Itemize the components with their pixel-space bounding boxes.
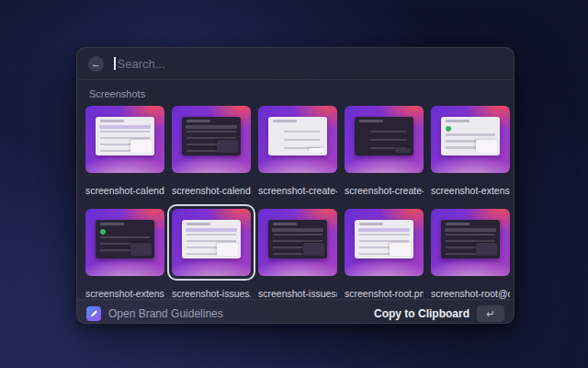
- screenshot-filename: screenshot-extension...: [85, 288, 164, 299]
- mini-selected-row: [358, 228, 410, 233]
- pen-icon: [89, 309, 98, 318]
- mini-popup: [130, 140, 152, 153]
- screenshot-thumbnail: [345, 209, 424, 276]
- screenshot-grid: screenshot-calendar.... screenshot-calen…: [77, 106, 514, 299]
- selection-ring: [167, 101, 255, 178]
- mini-window-preview: [355, 117, 413, 155]
- screenshot-filename: screenshot-issues@d...: [258, 288, 337, 299]
- screenshot-item[interactable]: screenshot-calendar...: [172, 106, 251, 196]
- screenshot-item[interactable]: screenshot-create-pr...: [258, 106, 337, 196]
- mini-window-preview: [441, 117, 500, 155]
- return-key-icon: ↵: [477, 305, 504, 322]
- mini-selected-row: [186, 125, 237, 130]
- screenshot-thumbnail: [431, 209, 510, 276]
- copy-to-clipboard-action[interactable]: Copy to Clipboard ↵: [374, 305, 504, 322]
- screenshot-item[interactable]: screenshot-root.png: [345, 209, 424, 299]
- screenshot-item[interactable]: screenshot-create-pr...: [345, 106, 424, 196]
- mini-titlebar: [100, 120, 125, 122]
- screenshot-item[interactable]: screenshot-calendar....: [85, 106, 164, 196]
- search-input[interactable]: [118, 57, 503, 71]
- mini-window-preview: [96, 117, 154, 155]
- screenshot-item[interactable]: screenshot-issues@d...: [258, 209, 337, 299]
- selection-ring: [426, 101, 514, 178]
- screenshot-item[interactable]: screenshot-issues.png: [172, 209, 251, 299]
- mini-popup: [130, 243, 152, 256]
- mini-window-preview: [355, 220, 413, 259]
- mini-window-preview: [268, 117, 327, 155]
- mini-titlebar: [100, 223, 125, 225]
- screenshot-thumbnail: [431, 106, 510, 173]
- mini-titlebar: [446, 223, 470, 225]
- mini-titlebar: [273, 223, 298, 225]
- screenshot-filename: screenshot-calendar...: [172, 185, 251, 196]
- screenshot-filename: screenshot-create-pr...: [345, 185, 424, 196]
- selection-ring: [81, 101, 169, 178]
- text-cursor: [114, 57, 116, 70]
- mini-titlebar: [446, 120, 470, 122]
- screenshot-item[interactable]: screenshot-extension...: [431, 106, 510, 196]
- selection-ring: [254, 101, 342, 178]
- screenshot-thumbnail: [85, 209, 164, 276]
- mini-popup: [476, 140, 497, 153]
- mini-window-preview: [268, 220, 327, 259]
- desktop-background: ← Screenshots screenshot-calendar....: [0, 0, 588, 368]
- back-button[interactable]: ←: [88, 56, 104, 72]
- mini-selected-row: [99, 125, 151, 130]
- screenshot-thumbnail: [172, 106, 251, 173]
- mini-app-dot: [100, 229, 106, 235]
- section-label: Screenshots: [89, 88, 514, 99]
- mini-titlebar: [187, 223, 211, 225]
- screenshot-thumbnail: [172, 209, 251, 276]
- screenshot-thumbnail: [345, 106, 424, 173]
- mini-titlebar: [187, 120, 211, 122]
- selection-ring: [254, 204, 342, 281]
- screenshot-filename: screenshot-issues.png: [172, 288, 251, 299]
- mini-titlebar: [273, 120, 298, 122]
- mini-popup: [217, 243, 238, 256]
- brand-guidelines-icon: [86, 306, 101, 321]
- mini-popup: [476, 243, 497, 256]
- mini-selected-row: [272, 228, 323, 233]
- screenshot-thumbnail: [258, 209, 337, 276]
- screenshot-thumbnail: [85, 106, 164, 173]
- mini-window-preview: [441, 220, 500, 259]
- command-name: Open Brand Guidelines: [108, 307, 223, 320]
- footer-bar: Open Brand Guidelines Copy to Clipboard …: [77, 299, 514, 324]
- selection-ring: [340, 101, 428, 178]
- screenshot-filename: screenshot-create-pr...: [258, 185, 337, 196]
- mini-titlebar: [359, 120, 384, 122]
- screenshot-item[interactable]: screenshot-extension...: [85, 209, 164, 299]
- mini-window-preview: [182, 220, 241, 259]
- screenshot-filename: screenshot-root.png: [345, 288, 424, 299]
- mini-titlebar: [359, 223, 384, 225]
- mini-popup: [395, 148, 411, 153]
- screenshot-thumbnail: [258, 106, 337, 173]
- screenshot-filename: screenshot-extension...: [431, 185, 510, 196]
- mini-popup: [309, 148, 324, 153]
- back-arrow-icon: ←: [91, 59, 101, 69]
- screenshot-filename: screenshot-calendar....: [85, 185, 164, 196]
- primary-action-label: Copy to Clipboard: [374, 307, 469, 320]
- mini-selected-row: [186, 228, 237, 233]
- search-header: ←: [77, 48, 514, 80]
- selection-ring: [167, 204, 255, 281]
- mini-popup: [303, 243, 324, 256]
- mini-window-preview: [96, 220, 154, 259]
- screenshot-item[interactable]: screenshot-root@dar...: [431, 209, 510, 299]
- mini-window-preview: [182, 117, 241, 155]
- selection-ring: [426, 204, 514, 281]
- mini-popup: [217, 140, 238, 153]
- mini-popup: [390, 243, 411, 256]
- selection-ring: [340, 204, 428, 281]
- mini-selected-row: [445, 228, 496, 233]
- command-palette-window: ← Screenshots screenshot-calendar....: [76, 47, 514, 324]
- screenshot-filename: screenshot-root@dar...: [431, 288, 510, 299]
- mini-app-dot: [446, 126, 451, 132]
- selection-ring: [81, 204, 169, 281]
